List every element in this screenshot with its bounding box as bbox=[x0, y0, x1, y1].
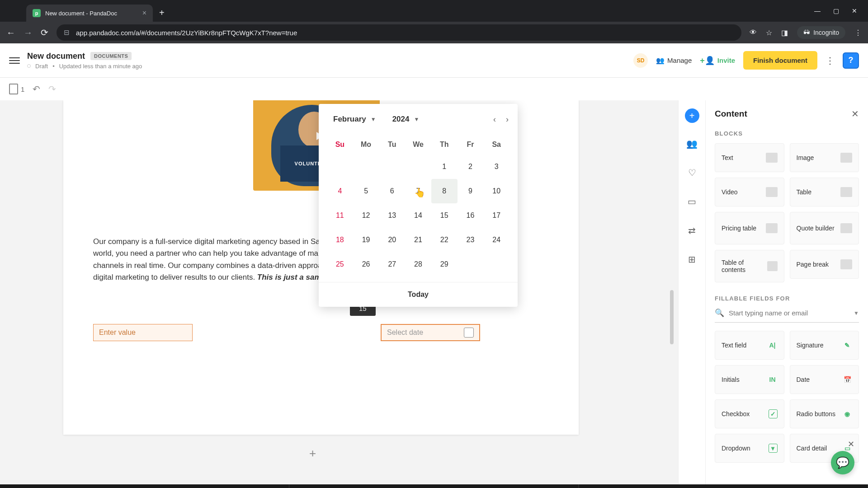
browser-toolbar: ← → ⟳ ⊟ app.pandadoc.com/a/#/documents/2… bbox=[0, 22, 868, 43]
incognito-badge[interactable]: 🕶 Incognito bbox=[797, 26, 845, 39]
pages-indicator[interactable]: 1 bbox=[9, 84, 24, 94]
user-avatar[interactable]: SD bbox=[633, 53, 648, 68]
calendar-day[interactable]: 12 bbox=[353, 203, 379, 228]
field-text-field[interactable]: Text fieldA| bbox=[715, 331, 784, 360]
today-button[interactable]: Today bbox=[319, 282, 518, 307]
calendar-day[interactable]: 21 bbox=[405, 228, 431, 252]
calendar-day[interactable]: 17 bbox=[483, 203, 509, 228]
url-bar[interactable]: ⊟ app.pandadoc.com/a/#/documents/2UzYiBK… bbox=[57, 24, 741, 41]
calendar-day[interactable]: 6 bbox=[379, 179, 405, 203]
side-panel-icon[interactable]: ◨ bbox=[781, 28, 788, 37]
month-selector[interactable]: February ▼ bbox=[328, 112, 382, 127]
calendar-day[interactable]: 19 bbox=[353, 228, 379, 252]
calendar-day[interactable]: 22 bbox=[431, 228, 458, 252]
table-of-contents-icon bbox=[767, 261, 777, 271]
calendar-day[interactable]: 28 bbox=[405, 252, 431, 277]
app-header: New document DOCUMENTS Draft • Updated l… bbox=[0, 43, 868, 78]
select-date-field[interactable]: Select date bbox=[381, 324, 480, 341]
calendar-day[interactable]: 9 bbox=[458, 179, 484, 203]
calendar-day[interactable]: 29 bbox=[431, 252, 458, 277]
calendar-day[interactable]: 26 bbox=[353, 252, 379, 277]
calendar-day bbox=[458, 252, 484, 277]
back-button[interactable]: ← bbox=[6, 28, 15, 38]
taskbar bbox=[0, 484, 868, 488]
field-date[interactable]: Date📅 bbox=[790, 365, 859, 394]
workflow-icon[interactable]: ⇄ bbox=[684, 222, 700, 239]
block-table[interactable]: Table bbox=[790, 178, 859, 206]
more-options-icon[interactable]: ⋮ bbox=[826, 55, 835, 66]
pages-icon bbox=[9, 84, 18, 94]
scrollbar-thumb[interactable] bbox=[670, 290, 674, 344]
calendar-day[interactable]: 13 bbox=[379, 203, 405, 228]
field-checkbox[interactable]: Checkbox✓ bbox=[715, 399, 784, 428]
next-month-button[interactable]: › bbox=[506, 115, 509, 124]
calendar-day[interactable]: 8 bbox=[431, 179, 458, 203]
forward-button[interactable]: → bbox=[24, 28, 33, 38]
block-image[interactable]: Image bbox=[790, 143, 859, 172]
browser-tab[interactable]: p New document - PandaDoc × bbox=[26, 5, 153, 22]
block-quote-builder[interactable]: Quote builder bbox=[790, 212, 859, 244]
calendar-day[interactable]: 27 bbox=[379, 252, 405, 277]
chat-close-icon[interactable]: ✕ bbox=[848, 439, 854, 449]
maximize-icon[interactable]: ▢ bbox=[833, 7, 839, 14]
document-canvas[interactable]: VOLUNTEER Our company is a full-service … bbox=[0, 100, 678, 488]
recipients-icon[interactable]: 👥 bbox=[684, 136, 700, 152]
close-window-icon[interactable]: ✕ bbox=[852, 7, 857, 14]
undo-button[interactable]: ↶ bbox=[33, 84, 40, 94]
hamburger-menu[interactable] bbox=[9, 57, 20, 64]
calendar-day[interactable]: 2 bbox=[458, 155, 484, 179]
manage-button[interactable]: 👥 Manage bbox=[656, 56, 692, 65]
bookmark-icon[interactable]: ☆ bbox=[766, 28, 772, 37]
add-section-button[interactable]: + bbox=[309, 446, 316, 460]
calendar-day[interactable]: 14 bbox=[405, 203, 431, 228]
apps-icon[interactable]: ⊞ bbox=[684, 251, 700, 267]
block-page-break[interactable]: Page break bbox=[790, 250, 859, 279]
calendar-day[interactable]: 15 bbox=[431, 203, 458, 228]
calendar-day[interactable]: 18 bbox=[327, 228, 353, 252]
calendar-day[interactable]: 7 bbox=[405, 179, 431, 203]
weekday-header: Sa bbox=[483, 135, 509, 155]
calendar-day[interactable]: 11 bbox=[327, 203, 353, 228]
layout-icon[interactable]: ▭ bbox=[684, 193, 700, 210]
field-dropdown[interactable]: Dropdown▾ bbox=[715, 434, 784, 463]
add-content-button[interactable]: + bbox=[685, 108, 699, 123]
chevron-down-icon[interactable]: ▼ bbox=[854, 310, 859, 316]
new-tab-button[interactable]: + bbox=[159, 8, 165, 18]
field-radio-buttons[interactable]: Radio buttons◉ bbox=[790, 399, 859, 428]
calendar-day[interactable]: 5 bbox=[353, 179, 379, 203]
redo-button[interactable]: ↷ bbox=[48, 84, 56, 94]
prev-month-button[interactable]: ‹ bbox=[493, 115, 496, 124]
calendar-day[interactable]: 10 bbox=[483, 179, 509, 203]
calendar-day[interactable]: 23 bbox=[458, 228, 484, 252]
block-table-of-contents[interactable]: Table of contents bbox=[715, 250, 784, 282]
add-person-icon: +👤 bbox=[700, 56, 715, 66]
close-tab-icon[interactable]: × bbox=[142, 9, 146, 17]
field-signature[interactable]: Signature✎ bbox=[790, 331, 859, 360]
recipient-search-input[interactable] bbox=[729, 309, 849, 317]
invite-button[interactable]: +👤 Invite bbox=[700, 56, 735, 66]
block-video[interactable]: Video bbox=[715, 178, 784, 206]
variables-icon[interactable]: ♡ bbox=[684, 164, 700, 181]
year-selector[interactable]: 2024 ▼ bbox=[387, 112, 425, 127]
field-initials[interactable]: InitialsIN bbox=[715, 365, 784, 394]
visibility-off-icon[interactable]: 👁 bbox=[750, 28, 757, 37]
calendar-day[interactable]: 16 bbox=[458, 203, 484, 228]
site-info-icon[interactable]: ⊟ bbox=[64, 28, 70, 37]
chat-widget-button[interactable]: 💬 bbox=[831, 451, 854, 474]
block-pricing-table[interactable]: Pricing table bbox=[715, 212, 784, 244]
help-button[interactable]: ? bbox=[843, 52, 859, 69]
browser-menu-icon[interactable]: ⋮ bbox=[854, 28, 862, 37]
close-panel-icon[interactable]: ✕ bbox=[851, 108, 859, 119]
reload-button[interactable]: ⟳ bbox=[41, 27, 48, 38]
enter-value-field[interactable]: Enter value bbox=[93, 324, 193, 341]
calendar-day[interactable]: 24 bbox=[483, 228, 509, 252]
document-title[interactable]: New document bbox=[27, 52, 85, 61]
calendar-day[interactable]: 25 bbox=[327, 252, 353, 277]
calendar-day[interactable]: 4 bbox=[327, 179, 353, 203]
calendar-day[interactable]: 3 bbox=[483, 155, 509, 179]
minimize-icon[interactable]: — bbox=[814, 7, 821, 14]
calendar-day[interactable]: 1 bbox=[431, 155, 458, 179]
block-text[interactable]: Text bbox=[715, 143, 784, 172]
finish-document-button[interactable]: Finish document bbox=[743, 51, 817, 70]
calendar-day[interactable]: 20 bbox=[379, 228, 405, 252]
